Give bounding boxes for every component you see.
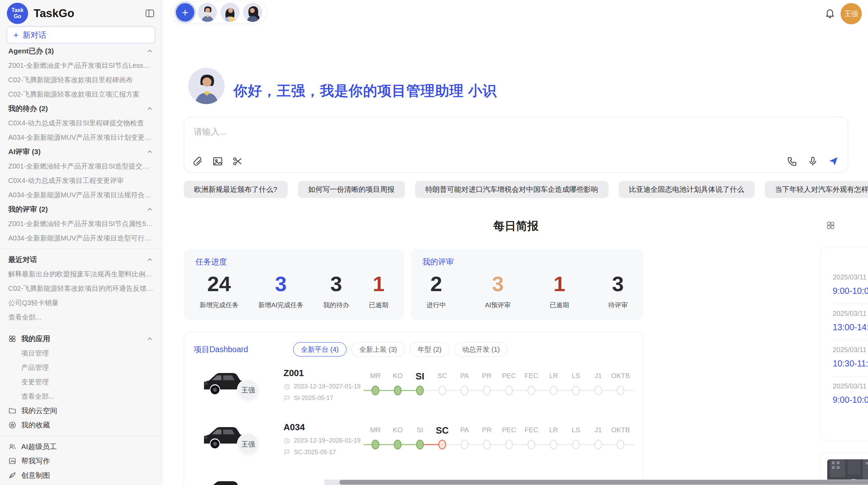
- recent-conversation-item[interactable]: C02-飞腾新能源轻客改款项目的闭环通告反馈情况: [8, 281, 154, 296]
- stat-label: 进行中: [426, 301, 446, 310]
- app-item[interactable]: 变更管理: [21, 375, 154, 389]
- recent-conversation-item[interactable]: 公司Q3轻卡销量: [8, 296, 154, 310]
- assistant-avatar: [188, 68, 225, 104]
- task-item[interactable]: C0X4-动力总成开发项目SI里程碑提交物检查: [8, 116, 154, 130]
- project-owner-badge: 王强: [237, 433, 260, 456]
- user-avatar[interactable]: 王强: [841, 3, 862, 24]
- stat-label: AI预评审: [485, 301, 511, 310]
- app-logo: Task Go: [7, 3, 28, 24]
- stat-card-title: 任务进度: [195, 257, 393, 267]
- chevron-up-icon: [146, 256, 154, 263]
- svg-text:SC: SC: [437, 372, 447, 380]
- stat: 24 新增完成任务: [200, 271, 239, 310]
- dashboard-tab[interactable]: 全新上装 (3): [351, 342, 405, 357]
- task-progress-card: 任务进度 24 新增完成任务 3 新增AI完成任务 3 我的待办 1 已逾期: [184, 249, 404, 320]
- project-flag-milestone: SC-2025-05-17: [284, 449, 364, 456]
- dashboard-tab[interactable]: 动总开发 (1): [454, 342, 508, 357]
- recent-view-all[interactable]: 查看全部...: [8, 310, 154, 324]
- svg-text:LR: LR: [549, 426, 558, 434]
- suggestion-chip[interactable]: 如何写一份清晰的项目周报: [298, 181, 405, 198]
- stat-value: 2: [426, 271, 446, 297]
- stat-value: 3: [323, 271, 349, 297]
- recent-conversation-item[interactable]: 解释最新出台的欧盟报废车法规再生塑料比例被调至15%...: [8, 267, 154, 281]
- task-item[interactable]: Z001-全新燃油皮卡产品开发项目SI节点Lesson Learn报告: [8, 58, 154, 73]
- task-item[interactable]: A034-全新新能源MUV产品开发项目造型可行性评审: [8, 231, 154, 245]
- svg-text:J1: J1: [594, 372, 602, 380]
- recent-section-header[interactable]: 最近对话: [8, 252, 154, 267]
- sidebar-task-sections: Agent已办 (3) Z001-全新燃油皮卡产品开发项目SI节点Lesson …: [0, 44, 162, 245]
- new-chat-button[interactable]: + 新对话: [7, 27, 155, 43]
- suggestion-chip[interactable]: 比亚迪全固态电池计划具体说了什么: [619, 181, 755, 198]
- divider: [0, 328, 162, 328]
- schedule-date: 2025/03/11: [833, 273, 868, 281]
- suggestion-chip[interactable]: 当下年轻人对汽车外观有怎样的喜好趋势: [765, 181, 868, 198]
- svg-text:PR: PR: [482, 372, 492, 380]
- agent-avatar-1[interactable]: [198, 3, 217, 22]
- attachment-icon[interactable]: [192, 156, 203, 167]
- svg-text:MR: MR: [370, 426, 381, 434]
- svg-text:SI: SI: [417, 426, 423, 434]
- add-agent-button[interactable]: +: [176, 3, 194, 22]
- svg-text:LS: LS: [572, 426, 580, 434]
- send-icon[interactable]: [828, 156, 839, 167]
- sidebar-section-header[interactable]: 我的评审 (2): [8, 202, 154, 216]
- app-item[interactable]: 产品管理: [21, 360, 154, 375]
- sidebar-tool-write[interactable]: 帮我写作: [8, 454, 154, 468]
- stat: 1 已逾期: [369, 271, 388, 310]
- suggestion-chip[interactable]: 特朗普可能对进口汽车增税会对中国车企造成哪些影响: [415, 181, 608, 198]
- sidebar-link-label: 我的云空间: [21, 406, 57, 415]
- suggestion-chip[interactable]: 欧洲新规最近颁布了什么?: [184, 181, 288, 198]
- sidebar-link-folder[interactable]: 我的云空间: [8, 403, 154, 418]
- project-milestone-timeline: MRKOSISCPAPRPECFECLRLSJ1OKTB: [364, 412, 635, 464]
- image-icon[interactable]: [212, 156, 223, 167]
- app-item[interactable]: 项目管理: [21, 346, 154, 360]
- scissors-icon[interactable]: [232, 156, 243, 167]
- agent-avatar-2[interactable]: [220, 3, 240, 22]
- recent-label: 最近对话: [8, 255, 37, 264]
- dashboard-tab[interactable]: 年型 (2): [410, 342, 449, 357]
- sidebar-section-label: Agent已办 (3): [8, 46, 54, 56]
- sidebar-link-label: 我的收藏: [21, 420, 50, 430]
- apps-view-all[interactable]: 查看全部...: [8, 389, 154, 403]
- chevron-up-icon: [146, 206, 154, 213]
- mic-icon[interactable]: [807, 156, 818, 167]
- project-date-range: 2023-12-19~2026-01-19: [284, 437, 364, 444]
- chat-input-box[interactable]: 请输入...: [184, 117, 848, 173]
- chevron-up-icon: [146, 47, 154, 55]
- project-dashboard-card: 项目Dashboard 全新平台 (4)全新上装 (3)年型 (2)动总开发 (…: [184, 332, 643, 485]
- dashboard-tab[interactable]: 全新平台 (4): [293, 342, 347, 357]
- agent-avatar-3[interactable]: [243, 3, 262, 22]
- people-icon: [8, 443, 16, 451]
- notification-bell-icon[interactable]: [824, 8, 835, 18]
- sidebar-tool-quill[interactable]: 创意制图: [8, 468, 154, 483]
- task-item[interactable]: A034-全新新能源MUV产品开发项目法规符合性评审: [8, 188, 154, 202]
- horizontal-scrollbar-thumb[interactable]: [339, 480, 868, 485]
- project-milestone-timeline: MRKOSISCPAPRPECFECLRLSJ1OKTB: [364, 358, 635, 410]
- svg-text:LR: LR: [549, 372, 558, 380]
- layout-grid-icon[interactable]: [826, 221, 835, 230]
- task-item[interactable]: C0X4-动力总成开发项目工程变更评审: [8, 173, 154, 188]
- task-item[interactable]: A034-全新新能源MUV产品开发项目计划变更表编写: [8, 130, 154, 145]
- task-item[interactable]: Z001-全新燃油轻卡产品开发项目SI节点属性5D文件评审: [8, 216, 154, 231]
- task-item[interactable]: C02-飞腾新能源轻客改款项目立项汇报方案: [8, 87, 154, 101]
- task-item[interactable]: C02-飞腾新能源轻客改款项目里程碑画布: [8, 73, 154, 87]
- sidebar-section-header[interactable]: Agent已办 (3): [8, 44, 154, 58]
- apps-section-header[interactable]: 我的应用: [8, 332, 154, 346]
- sidebar-section-header[interactable]: 我的待办 (2): [8, 101, 154, 116]
- sidebar-link-star[interactable]: 我的收藏: [8, 418, 154, 432]
- sidebar-section: AI评审 (3) Z001-全新燃油轻卡产品开发项目SI造型提交物评审C0X4-…: [8, 145, 154, 202]
- schedule-time: 9:00-10:00: [833, 395, 868, 405]
- task-item[interactable]: Z001-全新燃油轻卡产品开发项目SI造型提交物评审: [8, 159, 154, 173]
- project-car-image: [201, 471, 259, 485]
- stat-card-title: 我的评审: [422, 257, 632, 267]
- view-all-schedule-link[interactable]: 查看所有日程: [833, 413, 868, 436]
- sidebar-tool-label: 帮我写作: [21, 456, 50, 466]
- sidebar-collapse-icon[interactable]: [145, 8, 155, 18]
- project-name: A034: [284, 422, 364, 433]
- sidebar-section-header[interactable]: AI评审 (3): [8, 145, 154, 159]
- sidebar-tool-people[interactable]: AI超级员工: [8, 439, 154, 454]
- phone-icon[interactable]: [787, 156, 798, 167]
- project-row[interactable]: 王强 Z001 2023-12-19~2027-01-19 SI-2025-05…: [194, 358, 634, 412]
- project-row[interactable]: 王强 A034 2023-12-19~2026-01-19 SC-2025-05…: [194, 412, 634, 467]
- stat: 3 AI预评审: [485, 271, 511, 310]
